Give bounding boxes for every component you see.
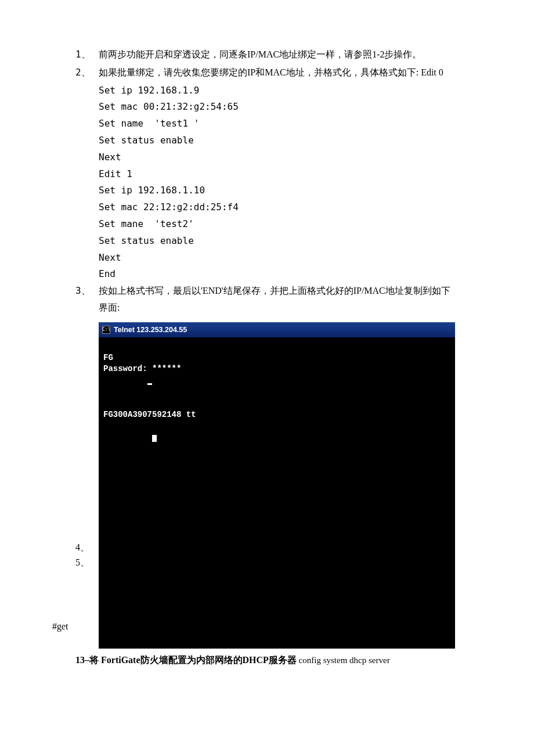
list-item-5: 5、 bbox=[75, 555, 89, 571]
list-item-2: 2、 如果批量绑定，请先收集您要绑定的IP和MAC地址，并格式化，具体格式如下:… bbox=[75, 64, 459, 81]
document-page: 1、 前两步功能开启和穿透设定，同逐条IP/MAC地址绑定一样，请参照1-2步操… bbox=[0, 0, 534, 756]
code-block: Set ip 192.168.1.9 Set mac 00:21:32:g2:5… bbox=[75, 82, 459, 283]
get-label: #get bbox=[52, 618, 68, 635]
code-line: Edit 1 bbox=[99, 166, 459, 183]
code-line: Set status enable bbox=[99, 132, 459, 149]
terminal-line bbox=[103, 375, 450, 387]
terminal-line: Password: ****** bbox=[103, 363, 450, 375]
heading-title: FortiGate防火墙配置为内部网络的DHCP服务器 bbox=[101, 655, 297, 665]
code-line: Next bbox=[99, 250, 459, 267]
terminal-line: FG300A3907592148 tt bbox=[103, 409, 450, 421]
list-item-3: 3、 按如上格式书写，最后以'END'结尾保存，并把上面格式化好的IP/MAC地… bbox=[75, 283, 459, 316]
section-heading-13: 13–将 FortiGate防火墙配置为内部网络的DHCP服务器 config … bbox=[75, 652, 459, 669]
heading-number: 13–将 bbox=[75, 655, 101, 665]
terminal-line bbox=[103, 341, 450, 352]
terminal-body[interactable]: FG Password: ****** FG300A3907592148 tt bbox=[99, 337, 455, 649]
cmd-icon: C:\ bbox=[102, 326, 110, 334]
terminal-window: C:\ Telnet 123.253.204.55 FG Password: *… bbox=[99, 322, 455, 649]
terminal-wrap: 4、 5、 #get C:\ Telnet 123.253.204.55 FG … bbox=[99, 322, 455, 649]
list-number: 2、 bbox=[75, 64, 99, 81]
terminal-line bbox=[103, 420, 450, 432]
code-line: Set ip 192.168.1.10 bbox=[99, 182, 459, 199]
list-body: 前两步功能开启和穿透设定，同逐条IP/MAC地址绑定一样，请参照1-2步操作。 bbox=[99, 46, 459, 63]
list-item-1: 1、 前两步功能开启和穿透设定，同逐条IP/MAC地址绑定一样，请参照1-2步操… bbox=[75, 46, 459, 63]
terminal-text bbox=[103, 376, 147, 385]
terminal-line: FG bbox=[103, 352, 450, 364]
cursor-icon bbox=[147, 383, 152, 385]
cursor-block-icon bbox=[152, 435, 157, 442]
heading-command: config system dhcp server bbox=[297, 656, 390, 665]
terminal-line bbox=[103, 432, 450, 444]
code-line: Next bbox=[99, 149, 459, 166]
list-body: 按如上格式书写，最后以'END'结尾保存，并把上面格式化好的IP/MAC地址复制… bbox=[99, 283, 459, 316]
code-line: Set status enable bbox=[99, 233, 459, 250]
terminal-titlebar: C:\ Telnet 123.253.204.55 bbox=[99, 322, 455, 338]
code-line: Set mane 'test2' bbox=[99, 216, 459, 233]
terminal-title: Telnet 123.253.204.55 bbox=[114, 323, 187, 337]
list-number: 3、 bbox=[75, 283, 99, 316]
code-line: Set mac 00:21:32:g2:54:65 bbox=[99, 99, 459, 116]
list-number: 1、 bbox=[75, 46, 99, 63]
code-line: Set ip 192.168.1.9 bbox=[99, 82, 459, 99]
list-body: 如果批量绑定，请先收集您要绑定的IP和MAC地址，并格式化，具体格式如下: Ed… bbox=[99, 64, 459, 81]
list-item-4: 4、 bbox=[75, 539, 89, 556]
code-line: End bbox=[99, 266, 459, 283]
list-text: 如果批量绑定，请先收集您要绑定的IP和MAC地址，并格式化，具体格式如下: Ed… bbox=[99, 67, 443, 77]
terminal-line bbox=[103, 387, 450, 398]
code-line: Set name 'test1 ' bbox=[99, 116, 459, 132]
code-line: Set mac 22:12:g2:dd:25:f4 bbox=[99, 199, 459, 216]
terminal-line bbox=[103, 398, 450, 409]
